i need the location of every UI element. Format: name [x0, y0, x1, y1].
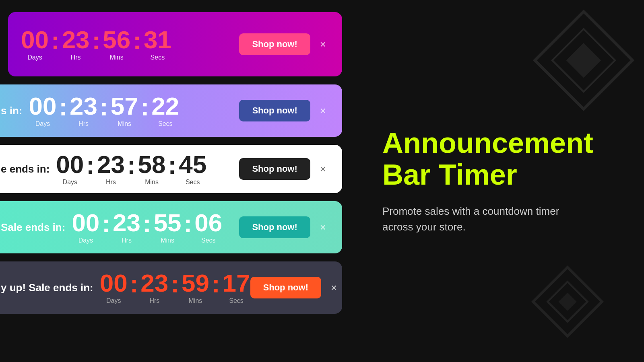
bar1-colon2: : — [90, 28, 103, 53]
bar3-colon3: : — [166, 153, 179, 178]
bar5-actions: Shop now! × — [250, 277, 341, 298]
bar5-timer-display: 00 Days : 23 Hrs : 59 Mins : 17 Secs — [100, 271, 250, 304]
bar2-timer-section: s in: 00 Days : 23 Hrs : 57 Mins : 2 — [1, 94, 179, 128]
bar3-colon2: : — [125, 153, 138, 178]
bar2-colon2: : — [97, 95, 111, 119]
bar3-timer-section: e ends in: 00 Days : 23 Hrs : 58 Mins : — [1, 152, 206, 186]
bar5-hrs-label: Hrs — [149, 297, 159, 304]
bar1-actions: Shop now! × — [239, 33, 329, 55]
announcement-bars: 00 Days : 23 Hrs : 56 Mins : 31 Secs — [0, 0, 350, 362]
bar1-mins-label: Mins — [110, 54, 124, 61]
bar1-secs-unit: 31 Secs — [144, 27, 171, 61]
bar1-secs-label: Secs — [151, 54, 165, 61]
bar4-shop-button[interactable]: Shop now! — [239, 216, 310, 238]
bar5-days-number: 00 — [100, 271, 128, 296]
bar4-timer-section: Sale ends in: 00 Days : 23 Hrs : 55 Mins… — [1, 210, 222, 244]
bar-4: Sale ends in: 00 Days : 23 Hrs : 55 Mins… — [0, 201, 342, 253]
bar3-days-label: Days — [63, 179, 77, 186]
bar5-colon1: : — [128, 272, 141, 296]
bar1-hrs-unit: 23 Hrs — [62, 27, 90, 61]
bar3-days-unit: 00 Days — [56, 152, 84, 186]
bar2-mins-unit: 57 Mins — [111, 94, 138, 128]
bar5-mins-number: 59 — [182, 271, 209, 296]
bar4-hrs-number: 23 — [113, 210, 140, 235]
bar5-mins-label: Mins — [189, 297, 202, 304]
bar4-colon2: : — [140, 211, 154, 236]
bar5-secs-unit: 17 Secs — [223, 271, 250, 304]
bar5-timer-section: y up! Sale ends in: 00 Days : 23 Hrs : 5… — [1, 271, 250, 304]
bar3-secs-label: Secs — [186, 179, 200, 186]
bar1-secs-number: 31 — [144, 27, 171, 52]
bar1-timer-section: 00 Days : 23 Hrs : 56 Mins : 31 Secs — [21, 27, 171, 61]
bar1-hrs-number: 23 — [62, 27, 90, 52]
bar-5: y up! Sale ends in: 00 Days : 23 Hrs : 5… — [0, 261, 342, 314]
bar2-close-button[interactable]: × — [317, 103, 329, 119]
bar2-secs-label: Secs — [158, 120, 173, 128]
bar4-colon3: : — [182, 211, 195, 236]
bar1-close-button[interactable]: × — [317, 37, 329, 52]
bar5-days-unit: 00 Days — [100, 271, 128, 304]
bar2-mins-number: 57 — [111, 94, 138, 119]
bar-2: s in: 00 Days : 23 Hrs : 57 Mins : 2 — [0, 84, 342, 137]
bar3-days-number: 00 — [56, 152, 84, 177]
bar4-hrs-label: Hrs — [122, 237, 132, 244]
bar3-colon1: : — [84, 153, 97, 178]
bar2-colon3: : — [138, 95, 152, 119]
bar5-secs-label: Secs — [229, 297, 244, 304]
bar4-secs-number: 06 — [194, 210, 222, 235]
bar1-colon3: : — [130, 28, 144, 53]
bar3-hrs-unit: 23 Hrs — [97, 152, 125, 186]
bar1-timer-display: 00 Days : 23 Hrs : 56 Mins : 31 Secs — [21, 27, 171, 61]
bar2-hrs-number: 23 — [70, 94, 97, 119]
bar3-actions: Shop now! × — [239, 158, 329, 180]
bar1-days-unit: 00 Days — [21, 27, 49, 61]
bar1-colon1: : — [49, 28, 62, 53]
bar1-mins-number: 56 — [103, 27, 130, 52]
bar3-close-button[interactable]: × — [317, 161, 329, 177]
announcement-title: Announcement Bar Timer — [382, 127, 612, 191]
bar5-secs-number: 17 — [223, 271, 250, 296]
bar5-colon2: : — [168, 272, 182, 296]
bar5-mins-unit: 59 Mins — [182, 271, 209, 304]
bar4-mins-label: Mins — [161, 237, 174, 244]
bar2-days-unit: 00 Days — [29, 94, 56, 128]
bar4-close-button[interactable]: × — [317, 220, 329, 235]
bar4-colon1: : — [99, 211, 113, 236]
bar1-shop-button[interactable]: Shop now! — [239, 33, 310, 55]
bar4-secs-label: Secs — [201, 237, 216, 244]
bar4-mins-unit: 55 Mins — [154, 210, 182, 244]
bar1-days-number: 00 — [21, 27, 49, 52]
bar4-days-unit: 00 Days — [72, 210, 99, 244]
bar3-secs-unit: 45 Secs — [179, 152, 206, 186]
bar3-label: e ends in: — [1, 163, 50, 175]
bar-3: e ends in: 00 Days : 23 Hrs : 58 Mins : — [0, 145, 342, 193]
bar3-hrs-label: Hrs — [106, 179, 116, 186]
bar2-hrs-unit: 23 Hrs — [70, 94, 97, 128]
bar5-hrs-unit: 23 Hrs — [140, 271, 168, 304]
bar4-days-number: 00 — [72, 210, 99, 235]
bar4-timer-display: 00 Days : 23 Hrs : 55 Mins : 06 Secs — [72, 210, 222, 244]
bar2-days-label: Days — [35, 120, 50, 128]
bar-1: 00 Days : 23 Hrs : 56 Mins : 31 Secs — [8, 12, 342, 76]
bar2-colon1: : — [56, 95, 70, 119]
bar4-label: Sale ends in: — [1, 221, 65, 234]
bar1-mins-unit: 56 Mins — [103, 27, 130, 61]
bar3-shop-button[interactable]: Shop now! — [239, 158, 310, 180]
bar2-timer-display: 00 Days : 23 Hrs : 57 Mins : 22 Secs — [29, 94, 179, 128]
bar2-hrs-label: Hrs — [78, 120, 89, 128]
right-panel: Announcement Bar Timer Promote sales wit… — [350, 0, 644, 362]
bar5-label: y up! Sale ends in: — [1, 282, 93, 294]
bar2-secs-unit: 22 Secs — [151, 94, 179, 128]
bar5-close-button[interactable]: × — [328, 280, 340, 296]
bar3-secs-number: 45 — [179, 152, 206, 177]
bar2-days-number: 00 — [29, 94, 56, 119]
bar4-mins-number: 55 — [154, 210, 182, 235]
bar2-shop-button[interactable]: Shop now! — [239, 100, 310, 121]
bar5-shop-button[interactable]: Shop now! — [250, 277, 321, 298]
bar3-mins-unit: 58 Mins — [138, 152, 166, 186]
bar3-hrs-number: 23 — [97, 152, 125, 177]
bar2-actions: Shop now! × — [239, 100, 329, 121]
bar3-mins-label: Mins — [145, 179, 159, 186]
bar4-hrs-unit: 23 Hrs — [113, 210, 140, 244]
bar1-hrs-label: Hrs — [71, 54, 81, 61]
